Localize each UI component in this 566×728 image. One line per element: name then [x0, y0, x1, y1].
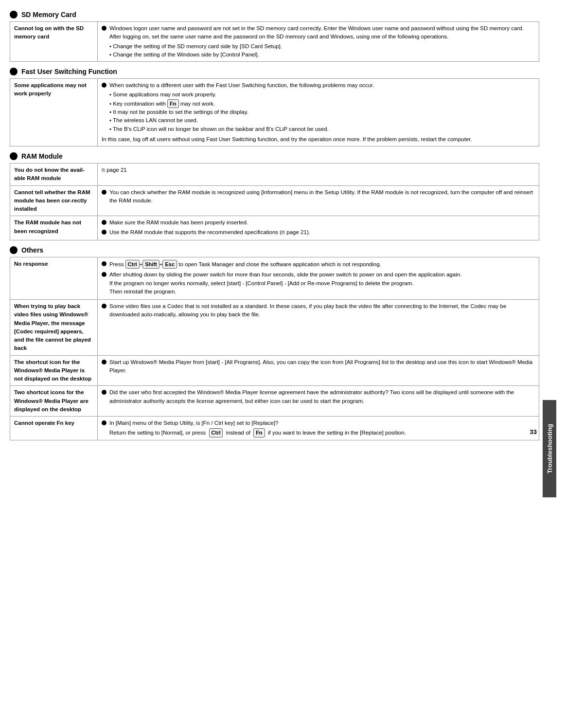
problem-label: Cannot tell whether the RAM module has b…: [10, 185, 98, 216]
table-row: The shortcut icon for the Windows® Media…: [10, 355, 539, 386]
bullet-dot: [102, 304, 106, 309]
table-row: When trying to play back video files usi…: [10, 300, 539, 356]
sd-memory-card-table: Cannot log on with the SD memory card Wi…: [10, 21, 539, 62]
section-bullet: [10, 246, 18, 254]
bullet-dot: [102, 26, 106, 31]
bullet-item: When switching to a different user with …: [102, 81, 535, 90]
section-title: Fast User Switching Function: [21, 68, 117, 75]
solution-text: Make sure the RAM module has been proper…: [109, 218, 248, 227]
bullet-dot: [102, 190, 106, 195]
solution-cell: Windows logon user name and password are…: [98, 22, 539, 62]
sub-list: • Change the setting of the SD memory ca…: [109, 42, 535, 59]
section-title: RAM Module: [21, 152, 63, 160]
sub-bullets: • Some applications may not work properl…: [109, 91, 535, 133]
bullet-item: In [Main] menu of the Setup Utility, is …: [102, 419, 535, 427]
solution-text: You can check whether the RAM module is …: [109, 188, 535, 205]
list-item: • Change the setting of the Windows side…: [109, 51, 535, 59]
bullet-dot: [102, 390, 106, 395]
list-item: • The wireless LAN cannot be used.: [109, 116, 535, 125]
bullet-item: Windows logon user name and password are…: [102, 24, 535, 41]
problem-label: Cannot operate Fn key: [10, 417, 98, 440]
bullet-item: You can check whether the RAM module is …: [102, 188, 535, 205]
solution-text: In [Main] menu of the Setup Utility, is …: [109, 419, 279, 427]
bullet-dot: [102, 420, 106, 425]
ram-module-table: You do not know the avail-able RAM modul…: [10, 163, 539, 240]
solution-text: Windows logon user name and password are…: [109, 24, 524, 41]
list-item: • Change the setting of the SD memory ca…: [109, 42, 535, 51]
solution-text: Did the user who first accepted the Wind…: [109, 388, 535, 405]
bullet-dot: [102, 261, 106, 266]
bullet-item: After shutting down by sliding the power…: [102, 271, 535, 296]
section-bullet: [10, 152, 18, 160]
section-bullet: [10, 11, 18, 18]
problem-label: Some applications may not work properly: [10, 79, 98, 146]
shift-key: Shift: [142, 260, 159, 269]
solution-cell: Press Ctrl+Shift+Esc to open Task Manage…: [98, 257, 539, 299]
list-item: • Some applications may not work properl…: [109, 91, 535, 99]
table-row: Cannot log on with the SD memory card Wi…: [10, 22, 539, 62]
table-row: Two shortcut icons for the Windows® Medi…: [10, 386, 539, 417]
list-item: • The B's CLiP icon will no longer be sh…: [109, 125, 535, 133]
others-table: No response Press Ctrl+Shift+Esc to open…: [10, 257, 539, 440]
page-number: 33: [530, 428, 537, 436]
bullet-dot: [102, 220, 106, 225]
section-bullet: [10, 68, 18, 75]
esc-key: Esc: [162, 260, 177, 269]
bullet-item: Make sure the RAM module has been proper…: [102, 218, 535, 227]
additional-text: In this case, log off all users without …: [102, 135, 535, 144]
solution-cell: When switching to a different user with …: [98, 79, 539, 146]
bullet-item: Use the RAM module that supports the rec…: [102, 228, 535, 237]
section-others: Others: [10, 246, 539, 254]
solution-cell: Make sure the RAM module has been proper…: [98, 216, 539, 240]
solution-text: Some video files use a Codec that is not…: [109, 302, 535, 319]
section-title: Others: [21, 246, 43, 254]
ctrl-key-2: Ctrl: [209, 428, 223, 437]
solution-text: After shutting down by sliding the power…: [109, 271, 461, 296]
solution-cell: Did the user who first accepted the Wind…: [98, 386, 539, 417]
bullet-dot: [102, 83, 106, 88]
table-row: Cannot operate Fn key In [Main] menu of …: [10, 417, 539, 440]
problem-label: Two shortcut icons for the Windows® Medi…: [10, 386, 98, 417]
bullet-item: Start up Windows® Media Player from [sta…: [102, 358, 535, 375]
fast-user-switching-table: Some applications may not work properly …: [10, 78, 539, 146]
table-row: Cannot tell whether the RAM module has b…: [10, 185, 539, 216]
solution-text: Start up Windows® Media Player from [sta…: [109, 358, 535, 375]
section-ram-module: RAM Module: [10, 152, 539, 160]
sidebar-label: Troubleshooting: [546, 424, 553, 473]
problem-label: No response: [10, 257, 98, 299]
solution-cell: Some video files use a Codec that is not…: [98, 300, 539, 356]
solution-cell: Start up Windows® Media Player from [sta…: [98, 355, 539, 386]
problem-label: Cannot log on with the SD memory card: [10, 22, 98, 62]
bullet-dot: [102, 360, 106, 364]
section-sd-memory-card: SD Memory Card: [10, 11, 539, 18]
table-row: Some applications may not work properly …: [10, 79, 539, 146]
fn-key-2: Fn: [253, 428, 265, 437]
solution-cell: In [Main] menu of the Setup Utility, is …: [98, 417, 539, 440]
list-item: • It may not be possible to set the sett…: [109, 108, 535, 116]
list-item: • Key combination with Fn may not work.: [109, 99, 535, 109]
problem-label: When trying to play back video files usi…: [10, 300, 98, 356]
problem-label: The RAM module has not been recognized: [10, 216, 98, 240]
ctrl-key: Ctrl: [125, 260, 140, 269]
table-row: The RAM module has not been recognized M…: [10, 216, 539, 240]
bullet-item: Press Ctrl+Shift+Esc to open Task Manage…: [102, 260, 535, 269]
bullet-dot: [102, 230, 106, 235]
section-fast-user-switching: Fast User Switching Function: [10, 68, 539, 75]
table-row: No response Press Ctrl+Shift+Esc to open…: [10, 257, 539, 299]
bullet-item: Did the user who first accepted the Wind…: [102, 388, 535, 405]
solution-text: Use the RAM module that supports the rec…: [109, 228, 310, 237]
sidebar-troubleshooting: Troubleshooting: [543, 400, 556, 497]
page-ref: ⎋ page 21: [102, 167, 127, 173]
problem-label: You do not know the avail-able RAM modul…: [10, 164, 98, 186]
additional-text: Return the setting to [Normal], or press…: [109, 428, 535, 437]
problem-label: The shortcut icon for the Windows® Media…: [10, 355, 98, 386]
fn-key: Fn: [167, 99, 178, 109]
bullet-dot: [102, 272, 106, 277]
solution-text: When switching to a different user with …: [109, 81, 374, 90]
bullet-item: Some video files use a Codec that is not…: [102, 302, 535, 319]
solution-text: Press Ctrl+Shift+Esc to open Task Manage…: [109, 260, 381, 269]
section-title: SD Memory Card: [21, 11, 76, 18]
table-row: You do not know the avail-able RAM modul…: [10, 164, 539, 186]
solution-cell: You can check whether the RAM module is …: [98, 185, 539, 216]
solution-cell: ⎋ page 21: [98, 164, 539, 186]
